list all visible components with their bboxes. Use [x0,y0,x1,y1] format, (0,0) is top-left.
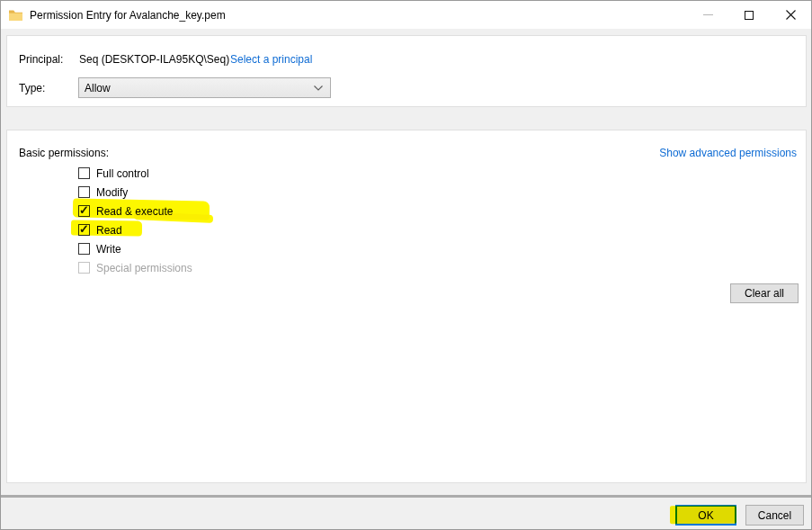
close-icon [786,10,796,20]
type-label: Type: [19,82,45,94]
checkbox-check-glyph: ✓ [79,204,89,216]
checkbox-write[interactable] [78,243,90,255]
maximize-button[interactable] [728,1,770,29]
titlebar: Permission Entry for Avalanche_key.pem [1,1,811,29]
permissions-panel: Basic permissions: Show advanced permiss… [6,130,807,483]
checkbox-row-special-permissions: Special permissions [78,258,192,277]
window-controls [687,1,811,29]
ok-button[interactable]: OK [675,505,736,526]
maximize-icon [745,11,754,20]
checkbox-check-glyph: ✓ [79,223,89,235]
clear-all-button[interactable]: Clear all [730,283,799,303]
principal-value: Seq (DESKTOP-ILA95KQ\Seq) [79,53,229,66]
checkbox-row-full-control[interactable]: Full control [78,164,192,183]
type-dropdown-value: Allow [85,82,314,94]
principal-label: Principal: [19,53,63,66]
close-button[interactable] [770,1,811,29]
window-title: Permission Entry for Avalanche_key.pem [30,9,226,22]
checkbox-full-control[interactable] [78,167,90,179]
checkbox-label: Modify [96,186,128,199]
principal-panel: Principal: Seq (DESKTOP-ILA95KQ\Seq) Sel… [6,35,807,107]
checkbox-row-read-execute[interactable]: ✓ Read & execute [78,202,192,220]
checkbox-label: Special permissions [96,262,192,274]
checkbox-label: Write [96,243,121,256]
checkbox-label: Read & execute [96,205,173,218]
basic-permissions-label: Basic permissions: [19,147,109,159]
checkbox-read[interactable]: ✓ [78,224,90,236]
minimize-icon [703,14,713,15]
checkbox-label: Read [96,224,122,237]
type-dropdown[interactable]: Allow [78,77,331,98]
checkbox-row-write[interactable]: Write [78,239,192,258]
footer-divider [1,495,811,498]
folder-icon [9,9,22,21]
minimize-button[interactable] [687,1,728,29]
show-advanced-permissions-link[interactable]: Show advanced permissions [659,147,797,159]
permissions-checklist: Full control Modify ✓ Read & execute ✓ R… [78,164,192,277]
checkbox-read-execute[interactable]: ✓ [78,205,90,217]
checkbox-label: Full control [96,167,149,180]
chevron-down-icon [314,85,323,91]
checkbox-modify[interactable] [78,186,90,198]
permission-entry-dialog: { "window": { "title": "Permission Entry… [0,0,812,530]
checkbox-row-modify[interactable]: Modify [78,183,192,202]
checkbox-special-permissions [78,262,90,274]
checkbox-row-read[interactable]: ✓ Read [78,220,192,239]
select-principal-link[interactable]: Select a principal [230,53,312,66]
cancel-button[interactable]: Cancel [745,505,804,526]
